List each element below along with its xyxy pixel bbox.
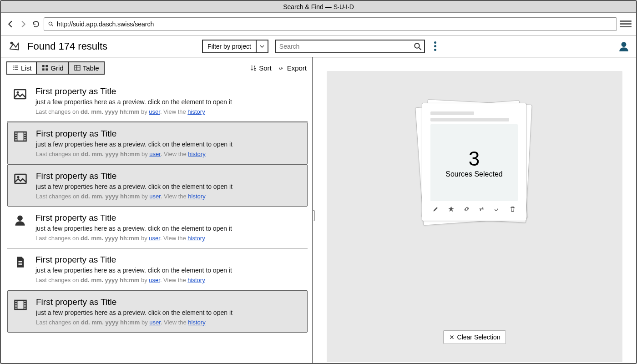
film-icon bbox=[13, 298, 28, 313]
result-preview: just a few properties here as a preview.… bbox=[36, 183, 302, 190]
clear-selection-button[interactable]: Clear Selection bbox=[443, 330, 506, 344]
history-link[interactable]: history bbox=[188, 193, 205, 200]
splitter-handle[interactable] bbox=[313, 210, 315, 221]
result-preview: just a few properties here as a preview.… bbox=[35, 225, 302, 232]
history-link[interactable]: history bbox=[188, 151, 205, 157]
svg-rect-8 bbox=[75, 66, 80, 71]
svg-point-1 bbox=[10, 41, 13, 44]
result-meta: Last changes on dd. mm. yyyy hh:mm by us… bbox=[35, 108, 302, 115]
user-link[interactable]: user bbox=[149, 277, 160, 283]
svg-point-10 bbox=[17, 91, 19, 94]
result-title: First property as Title bbox=[35, 86, 302, 96]
sort-icon bbox=[250, 64, 257, 71]
result-title: First property as Title bbox=[36, 129, 302, 139]
result-meta: Last changes on dd. mm. yyyy hh:mm by us… bbox=[36, 319, 302, 326]
svg-point-13 bbox=[17, 176, 20, 178]
history-link[interactable]: history bbox=[187, 277, 205, 283]
person-icon bbox=[13, 214, 27, 228]
export-button[interactable]: Export bbox=[278, 64, 307, 72]
detail-background: 3 Sources Selected bbox=[327, 71, 622, 362]
result-item[interactable]: First property as Titlejust a few proper… bbox=[7, 122, 308, 164]
history-link[interactable]: history bbox=[188, 319, 205, 326]
results-toolbar: List Grid Table Sort bbox=[1, 57, 312, 76]
selection-count: 3 bbox=[469, 147, 480, 170]
delete-icon[interactable] bbox=[509, 206, 516, 212]
sort-button[interactable]: Sort bbox=[250, 64, 272, 72]
export-label: Export bbox=[287, 64, 307, 72]
filter-label: Filter by project bbox=[203, 43, 256, 50]
window-titlebar: Search & Find — S·U·I·D bbox=[1, 1, 636, 13]
result-meta: Last changes on dd. mm. yyyy hh:mm by us… bbox=[35, 235, 302, 242]
forward-button[interactable] bbox=[18, 19, 28, 29]
tab-grid-label: Grid bbox=[51, 64, 63, 72]
share-icon[interactable] bbox=[494, 206, 500, 212]
app-logo-icon bbox=[7, 40, 21, 53]
url-text: http://suid.app.dasch.swiss/search bbox=[57, 20, 154, 28]
result-preview: just a few properties here as a preview.… bbox=[35, 98, 302, 106]
film-icon bbox=[13, 130, 28, 144]
export-icon bbox=[278, 64, 285, 71]
star-icon[interactable] bbox=[448, 206, 455, 212]
app-header: Found 174 results Filter by project bbox=[1, 35, 636, 57]
list-icon bbox=[12, 64, 19, 71]
search-icon bbox=[48, 21, 54, 27]
svg-point-14 bbox=[17, 216, 23, 221]
user-link[interactable]: user bbox=[149, 235, 160, 242]
result-item[interactable]: First property as Titlejust a few proper… bbox=[7, 248, 308, 290]
link-icon[interactable] bbox=[463, 206, 470, 212]
tab-table[interactable]: Table bbox=[69, 62, 104, 74]
url-bar[interactable]: http://suid.app.dasch.swiss/search bbox=[44, 17, 617, 31]
svg-rect-6 bbox=[42, 68, 45, 71]
chevron-down-icon bbox=[256, 40, 268, 52]
detail-pane: 3 Sources Selected bbox=[313, 57, 636, 363]
browser-menu-button[interactable] bbox=[620, 18, 632, 30]
search-input[interactable] bbox=[276, 43, 411, 50]
result-item[interactable]: First property as Titlejust a few proper… bbox=[7, 207, 308, 248]
result-item[interactable]: First property as Titlejust a few proper… bbox=[7, 164, 308, 207]
document-icon bbox=[13, 256, 27, 270]
more-options-button[interactable] bbox=[431, 41, 440, 51]
result-title: First property as Title bbox=[36, 297, 302, 307]
tab-table-label: Table bbox=[83, 64, 99, 72]
result-title: First property as Title bbox=[36, 171, 302, 181]
user-link[interactable]: user bbox=[149, 151, 161, 157]
svg-rect-9 bbox=[15, 90, 26, 99]
user-link[interactable]: user bbox=[149, 108, 160, 115]
filter-by-project-dropdown[interactable]: Filter by project bbox=[202, 40, 268, 53]
result-title: First property as Title bbox=[35, 213, 302, 223]
svg-point-3 bbox=[622, 42, 627, 47]
compare-icon[interactable] bbox=[478, 206, 485, 212]
view-tabs: List Grid Table bbox=[6, 61, 105, 75]
svg-rect-5 bbox=[46, 65, 48, 67]
user-link[interactable]: user bbox=[149, 193, 161, 200]
clear-selection-label: Clear Selection bbox=[457, 334, 500, 341]
selection-card: 3 Sources Selected bbox=[422, 103, 526, 221]
selection-card-stack: 3 Sources Selected bbox=[421, 103, 528, 230]
history-link[interactable]: history bbox=[187, 235, 205, 242]
sort-label: Sort bbox=[259, 64, 272, 72]
table-icon bbox=[74, 64, 81, 71]
selection-label: Sources Selected bbox=[445, 170, 502, 178]
reload-button[interactable] bbox=[31, 19, 41, 29]
search-input-container bbox=[275, 40, 425, 53]
result-meta: Last changes on dd. mm. yyyy hh:mm by us… bbox=[36, 193, 302, 200]
result-item[interactable]: First property as Titlejust a few proper… bbox=[7, 290, 308, 333]
back-button[interactable] bbox=[5, 19, 15, 29]
result-preview: just a few properties here as a preview.… bbox=[35, 267, 302, 274]
svg-point-0 bbox=[49, 22, 52, 25]
history-link[interactable]: history bbox=[187, 108, 205, 115]
result-meta: Last changes on dd. mm. yyyy hh:mm by us… bbox=[36, 151, 302, 157]
svg-rect-12 bbox=[15, 174, 26, 183]
svg-rect-4 bbox=[42, 65, 45, 67]
results-list[interactable]: First property as Titlejust a few proper… bbox=[1, 76, 312, 363]
tab-list[interactable]: List bbox=[7, 62, 37, 74]
page-title: Found 174 results bbox=[27, 40, 107, 52]
result-item[interactable]: First property as Titlejust a few proper… bbox=[7, 80, 308, 122]
user-link[interactable]: user bbox=[149, 319, 161, 326]
edit-icon[interactable] bbox=[432, 206, 439, 212]
tab-grid[interactable]: Grid bbox=[37, 62, 69, 74]
search-icon[interactable] bbox=[411, 42, 424, 51]
svg-rect-7 bbox=[46, 68, 48, 71]
user-account-icon[interactable] bbox=[618, 40, 630, 52]
result-preview: just a few properties here as a preview.… bbox=[36, 141, 302, 148]
